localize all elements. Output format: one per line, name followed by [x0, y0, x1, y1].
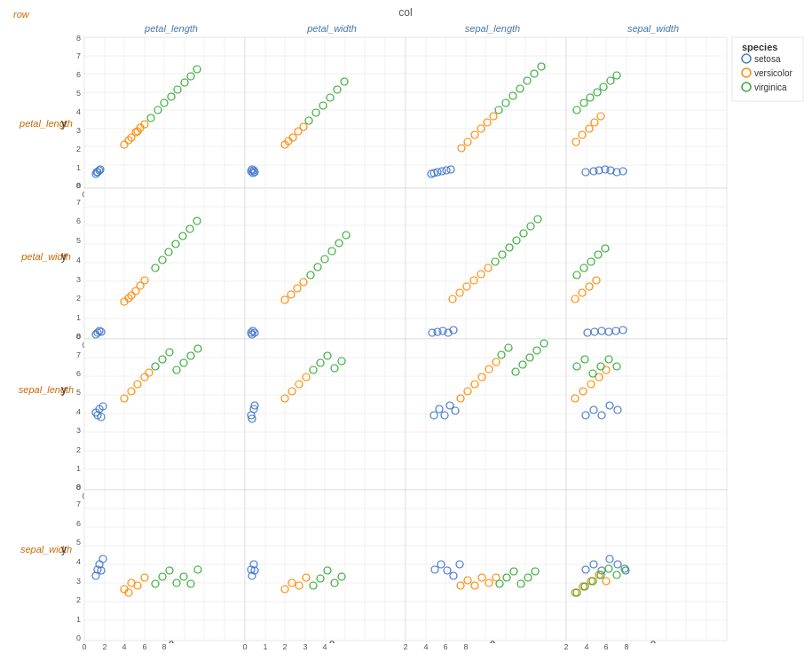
svg-text:8: 8 — [463, 642, 468, 651]
cell-0-0: 0 1 2 3 4 5 6 7 8 0 2 4 6 8 — [76, 34, 245, 199]
svg-text:7: 7 — [76, 350, 81, 359]
svg-text:2: 2 — [76, 595, 81, 604]
svg-text:4: 4 — [76, 256, 81, 264]
svg-text:6: 6 — [76, 519, 81, 528]
svg-rect-170 — [84, 188, 245, 339]
svg-text:0: 0 — [82, 642, 86, 651]
svg-text:8: 8 — [76, 483, 81, 492]
scatter-matrix: col row petal_length petal_width sepal_l… — [0, 0, 812, 661]
svg-text:4: 4 — [322, 642, 327, 651]
svg-rect-85 — [406, 37, 566, 188]
svg-text:8: 8 — [624, 642, 628, 651]
svg-text:1: 1 — [76, 313, 81, 322]
svg-rect-391 — [406, 339, 566, 490]
y-label-2: y — [61, 383, 67, 396]
col-header-3: sepal_width — [627, 23, 679, 34]
svg-text:8: 8 — [76, 181, 81, 190]
cell-0-1: 0 1 2 3 4 — [242, 37, 406, 199]
svg-text:2: 2 — [564, 642, 568, 651]
svg-text:3: 3 — [76, 426, 81, 435]
svg-text:4: 4 — [122, 642, 126, 651]
svg-text:7: 7 — [76, 500, 81, 508]
legend-title: species — [742, 42, 777, 52]
col-header-2: sepal_length — [465, 23, 520, 34]
svg-rect-241 — [406, 188, 566, 339]
svg-text:5: 5 — [76, 89, 81, 98]
svg-text:8: 8 — [76, 34, 81, 43]
svg-text:1: 1 — [76, 163, 81, 172]
cell-3-1: 0 1 2 3 4 — [242, 490, 406, 651]
svg-rect-472 — [84, 490, 245, 641]
chart-title: col — [398, 6, 412, 19]
cell-2-1: 0 1 2 3 4 — [242, 339, 406, 500]
svg-text:2: 2 — [403, 642, 407, 651]
svg-text:5: 5 — [76, 236, 81, 245]
svg-rect-509 — [245, 490, 406, 641]
svg-rect-428 — [566, 339, 727, 490]
svg-text:4: 4 — [76, 107, 81, 116]
legend-virginica-label: virginica — [754, 83, 787, 92]
y-label-0: y — [61, 117, 67, 130]
y-label-3: y — [61, 543, 67, 555]
svg-text:4: 4 — [423, 642, 428, 651]
svg-text:7: 7 — [76, 198, 81, 207]
cell-2-3: 2 4 6 8 — [564, 339, 727, 500]
svg-text:3: 3 — [76, 577, 81, 586]
svg-text:5: 5 — [76, 388, 81, 397]
svg-rect-49 — [245, 37, 406, 188]
y-label-1: y — [61, 250, 67, 263]
legend-setosa-label: setosa — [754, 54, 781, 64]
svg-text:2: 2 — [282, 642, 287, 651]
row-label: row — [13, 9, 30, 20]
svg-text:3: 3 — [303, 642, 307, 651]
cell-0-2: 2 4 6 8 — [403, 37, 566, 199]
cell-3-2: 2 4 6 8 — [403, 490, 566, 651]
svg-text:6: 6 — [443, 642, 447, 651]
cell-1-1: 0 1 2 3 4 — [242, 188, 406, 350]
col-header-0: petal_length — [144, 23, 198, 34]
cell-2-2: 2 4 6 8 — [403, 339, 566, 500]
cell-3-0: 0 2 4 6 8 — [82, 490, 245, 651]
svg-text:2: 2 — [76, 294, 81, 303]
svg-text:2: 2 — [102, 642, 106, 651]
svg-rect-0 — [84, 37, 245, 188]
svg-text:6: 6 — [76, 70, 81, 79]
svg-text:7: 7 — [76, 51, 81, 60]
svg-text:0: 0 — [242, 642, 247, 651]
svg-text:0: 0 — [76, 633, 81, 642]
svg-rect-278 — [566, 188, 727, 339]
col-header-1: petal_width — [306, 23, 357, 34]
cell-1-3: 2 4 6 8 — [564, 188, 727, 350]
cell-2-0: 0 2 4 6 8 — [82, 339, 245, 500]
svg-text:6: 6 — [603, 642, 608, 651]
cell-3-3: 2 4 6 8 — [564, 490, 727, 651]
svg-rect-123 — [566, 37, 727, 188]
cell-1-2: 2 4 6 8 — [403, 188, 566, 350]
cell-1-0: 0 2 4 6 8 — [82, 188, 245, 350]
svg-text:4: 4 — [76, 407, 81, 416]
svg-text:6: 6 — [76, 369, 81, 378]
svg-rect-358 — [245, 339, 406, 490]
cell-0-3: 2 4 6 8 — [564, 37, 727, 199]
svg-text:1: 1 — [263, 642, 267, 651]
svg-text:1: 1 — [76, 464, 81, 473]
svg-text:3: 3 — [76, 126, 81, 135]
svg-text:6: 6 — [142, 642, 146, 651]
legend-versicolor-label: versicolor — [754, 68, 792, 78]
svg-text:8: 8 — [76, 332, 81, 341]
svg-text:4: 4 — [76, 557, 81, 566]
svg-text:8: 8 — [162, 642, 166, 651]
svg-text:4: 4 — [584, 642, 588, 651]
svg-text:5: 5 — [76, 538, 81, 547]
svg-text:1: 1 — [76, 615, 81, 624]
svg-text:2: 2 — [76, 445, 81, 454]
svg-text:3: 3 — [76, 275, 81, 284]
svg-text:2: 2 — [76, 145, 81, 153]
svg-rect-542 — [406, 490, 566, 641]
svg-rect-207 — [245, 188, 406, 339]
svg-text:6: 6 — [76, 216, 81, 225]
